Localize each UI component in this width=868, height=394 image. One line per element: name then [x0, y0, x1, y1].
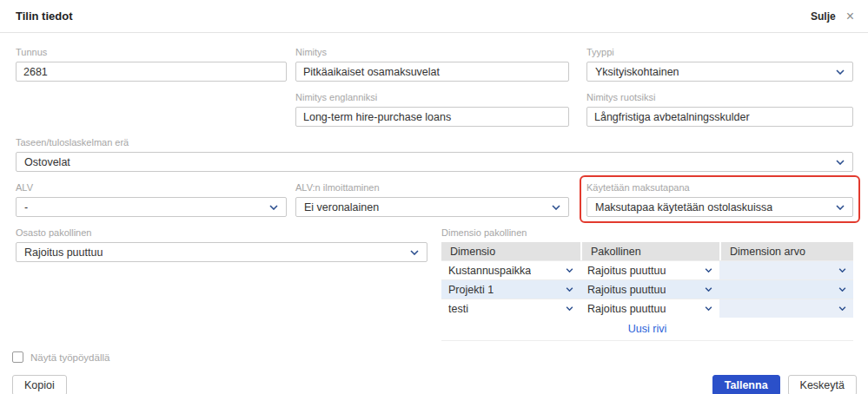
form-row-1: Tunnus Nimitys Tyyppi Yksityiskohtainen [16, 47, 853, 82]
alv-label: ALV [16, 182, 287, 193]
footer-right-group: Tallenna Keskeytä [712, 375, 857, 394]
chevron-down-icon [838, 268, 846, 273]
pakollinen-value: Rajoitus puuttuu [587, 303, 666, 315]
tyyppi-select[interactable]: Yksityiskohtainen [586, 62, 853, 82]
dimensio-value: testi [448, 303, 468, 315]
dimension-table-header: Dimensio Pakollinen Dimension arvo [441, 242, 853, 260]
spacer [16, 92, 287, 127]
chevron-down-icon [705, 268, 712, 273]
pakollinen-value: Rajoitus puuttuu [587, 265, 666, 277]
nimitys-sv-input[interactable] [586, 107, 853, 127]
table-row: Kustannuspaikka Rajoitus puuttuu [441, 260, 853, 279]
field-osasto: Osasto pakollinen Rajoitus puuttuu [16, 227, 427, 341]
dialog-header: Tilin tiedot Sulje × [0, 0, 868, 33]
tase-era-select-value: Ostovelat [24, 156, 70, 168]
dimension-arvo-cell-select[interactable] [719, 261, 853, 279]
show-on-desktop-label: Näytä työpöydällä [30, 352, 109, 363]
chevron-down-icon [552, 205, 560, 210]
chevron-down-icon [566, 287, 573, 292]
nimitys-input[interactable] [295, 62, 569, 82]
field-alv: ALV - [16, 182, 287, 217]
pakollinen-cell-select[interactable]: Rajoitus puuttuu [580, 261, 719, 279]
field-tase-era: Taseen/tuloslaskelman erä Ostovelat [16, 137, 853, 172]
tunnus-label: Tunnus [16, 47, 287, 57]
chevron-down-icon [836, 69, 845, 75]
table-row: testi Rajoitus puuttuu [441, 299, 853, 318]
pakollinen-cell-select[interactable]: Rajoitus puuttuu [580, 299, 719, 318]
nimitys-sv-label: Nimitys ruotsiksi [586, 92, 853, 102]
chevron-down-icon [566, 268, 573, 273]
dimension-table: Dimensio Pakollinen Dimension arvo Kusta… [441, 242, 853, 341]
pakollinen-value: Rajoitus puuttuu [587, 284, 666, 296]
dimensio-value: Kustannuspaikka [448, 265, 531, 277]
field-tunnus: Tunnus [16, 47, 287, 82]
close-button-label[interactable]: Sulje [811, 10, 836, 23]
dimension-arvo-cell-select[interactable] [719, 299, 853, 318]
tase-era-select[interactable]: Ostovelat [16, 152, 853, 172]
dimension-arvo-cell-select[interactable] [719, 280, 853, 299]
maksutapa-select[interactable]: Maksutapaa käytetään ostolaskuissa [586, 197, 853, 217]
dimensio-cell-select[interactable]: testi [441, 299, 580, 318]
chevron-down-icon [410, 250, 419, 255]
chevron-down-icon [566, 306, 573, 311]
maksutapa-select-value: Maksutapaa käytetään ostolaskuissa [595, 201, 772, 213]
chevron-down-icon [705, 306, 712, 311]
alv-ilmoittaminen-select-value: Ei veronalainen [304, 201, 379, 213]
pakollinen-cell-select[interactable]: Rajoitus puuttuu [580, 280, 719, 299]
chevron-down-icon [836, 160, 845, 165]
dimensio-cell-select[interactable]: Projekti 1 [441, 280, 580, 299]
copy-button[interactable]: Kopioi [12, 375, 67, 394]
form-row-4: ALV - ALV:n ilmoittaminen Ei veronalaine… [16, 182, 853, 217]
header-dimension-arvo: Dimension arvo [719, 242, 853, 260]
chevron-down-icon [838, 306, 846, 311]
form-row-2: Nimitys englanniksi Nimitys ruotsiksi [16, 92, 853, 127]
nimitys-en-input[interactable] [295, 107, 569, 127]
close-button[interactable]: Sulje × [811, 10, 854, 23]
show-on-desktop-row: Näytä työpöydällä [12, 351, 853, 363]
form-row-5: Osasto pakollinen Rajoitus puuttuu Dimen… [16, 227, 853, 341]
header-dimensio: Dimensio [441, 242, 580, 260]
field-nimitys: Nimitys [295, 47, 569, 82]
alv-ilmoittaminen-select[interactable]: Ei veronalainen [295, 197, 569, 217]
osasto-label: Osasto pakollinen [16, 227, 427, 238]
field-nimitys-en: Nimitys englanniksi [295, 92, 569, 127]
field-tyyppi: Tyyppi Yksityiskohtainen [586, 47, 853, 82]
osasto-select[interactable]: Rajoitus puuttuu [16, 242, 427, 262]
alv-select-value: - [24, 201, 28, 213]
tunnus-input[interactable] [16, 62, 287, 82]
dialog-footer: Kopioi Tallenna Keskeytä [12, 375, 857, 394]
dimensio-cell-select[interactable]: Kustannuspaikka [441, 261, 580, 279]
form-row-3: Taseen/tuloslaskelman erä Ostovelat [16, 137, 853, 172]
save-button[interactable]: Tallenna [712, 375, 780, 394]
chevron-down-icon [269, 205, 278, 210]
alv-ilmoittaminen-label: ALV:n ilmoittaminen [295, 182, 569, 193]
tyyppi-label: Tyyppi [586, 47, 853, 57]
new-row-link[interactable]: Uusi rivi [441, 318, 853, 340]
field-nimitys-sv: Nimitys ruotsiksi [586, 92, 853, 127]
dimension-section: Dimensio pakollinen Dimensio Pakollinen … [441, 227, 853, 341]
show-on-desktop-checkbox[interactable] [12, 351, 23, 363]
header-pakollinen: Pakollinen [580, 242, 719, 260]
close-icon[interactable]: × [846, 10, 854, 23]
alv-select[interactable]: - [16, 197, 287, 217]
chevron-down-icon [838, 287, 846, 292]
nimitys-en-label: Nimitys englanniksi [295, 92, 569, 102]
field-maksutapa: Käytetään maksutapana Maksutapaa käytetä… [586, 182, 853, 217]
tyyppi-select-value: Yksityiskohtainen [595, 66, 679, 78]
osasto-select-value: Rajoitus puuttuu [24, 246, 103, 259]
maksutapa-label: Käytetään maksutapana [586, 182, 853, 193]
dialog-title: Tilin tiedot [16, 10, 72, 23]
nimitys-label: Nimitys [295, 47, 569, 57]
chevron-down-icon [836, 205, 845, 210]
tase-era-label: Taseen/tuloslaskelman erä [16, 137, 853, 148]
account-details-dialog: Tilin tiedot Sulje × Tunnus Nimitys Tyyp… [0, 0, 868, 394]
chevron-down-icon [705, 287, 712, 292]
dimension-table-label: Dimensio pakollinen [441, 227, 853, 238]
field-alv-ilmoittaminen: ALV:n ilmoittaminen Ei veronalainen [295, 182, 569, 217]
table-row: Projekti 1 Rajoitus puuttuu [441, 279, 853, 299]
dialog-body: Tunnus Nimitys Tyyppi Yksityiskohtainen [0, 33, 868, 394]
dimensio-value: Projekti 1 [448, 284, 494, 296]
cancel-button[interactable]: Keskeytä [788, 375, 857, 394]
